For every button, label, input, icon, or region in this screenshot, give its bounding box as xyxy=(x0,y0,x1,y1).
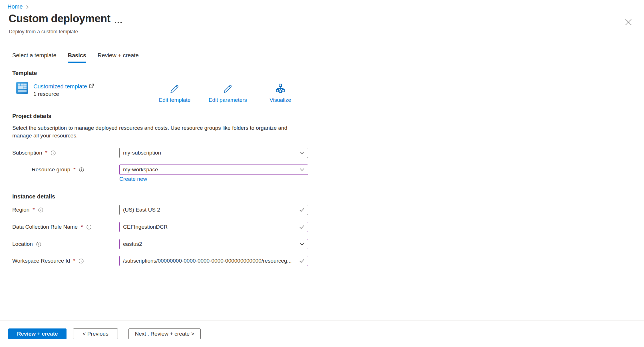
workspace-resource-id-label: Workspace Resource Id* xyxy=(12,256,84,266)
region-value: (US) East US 2 xyxy=(123,207,160,213)
tab-select-a-template[interactable]: Select a template xyxy=(12,52,57,63)
required-marker: * xyxy=(73,258,75,264)
tab-review-create[interactable]: Review + create xyxy=(98,52,139,63)
template-resource-count: 1 resource xyxy=(33,91,59,97)
visualize-label: Visualize xyxy=(269,97,291,103)
chevron-right-icon xyxy=(26,5,29,9)
template-section-heading: Template xyxy=(12,70,37,76)
required-marker: * xyxy=(81,224,83,230)
create-new-link[interactable]: Create new xyxy=(119,176,147,182)
location-value: eastus2 xyxy=(123,241,142,247)
customized-template-label: Customized template xyxy=(33,83,87,90)
checkmark-icon xyxy=(299,259,305,263)
next-review-create-button[interactable]: Next : Review + create > xyxy=(128,328,201,339)
info-icon[interactable] xyxy=(79,259,84,263)
subscription-row: Subscription* my-subscription xyxy=(0,148,644,158)
instance-details-heading: Instance details xyxy=(12,193,55,200)
location-dropdown[interactable]: eastus2 xyxy=(119,239,308,249)
dcr-name-value: CEFIngestionDCR xyxy=(123,224,168,230)
more-options-icon[interactable] xyxy=(114,21,123,24)
org-chart-icon xyxy=(275,84,285,95)
region-dropdown[interactable]: (US) East US 2 xyxy=(119,205,308,215)
subscription-label: Subscription* xyxy=(12,148,56,158)
workspace-resource-id-row: Workspace Resource Id* /subscriptions/00… xyxy=(0,256,644,266)
footer-divider xyxy=(0,320,644,320)
required-marker: * xyxy=(73,167,75,173)
pencil-icon xyxy=(170,84,180,95)
region-label: Region* xyxy=(12,205,43,215)
checkmark-icon xyxy=(299,225,305,229)
required-marker: * xyxy=(33,207,35,213)
resource-group-value: my-workspace xyxy=(123,167,158,173)
subscription-value: my-subscription xyxy=(123,150,161,156)
dcr-name-row: Data Collection Rule Name* CEFIngestionD… xyxy=(0,222,644,232)
region-row: Region* (US) East US 2 xyxy=(0,205,644,215)
info-icon[interactable] xyxy=(86,225,91,230)
customized-template-link[interactable]: Customized template xyxy=(33,83,94,90)
info-icon[interactable] xyxy=(38,208,43,212)
subscription-dropdown[interactable]: my-subscription xyxy=(119,148,308,158)
info-icon[interactable] xyxy=(51,151,56,155)
tab-basics[interactable]: Basics xyxy=(68,52,86,63)
checkmark-icon xyxy=(299,208,305,212)
close-icon[interactable] xyxy=(624,18,633,26)
review-create-button[interactable]: Review + create xyxy=(8,328,67,339)
edit-template-button[interactable]: Edit template xyxy=(159,84,191,103)
info-icon[interactable] xyxy=(36,242,41,247)
required-marker: * xyxy=(45,150,47,156)
resource-group-dropdown[interactable]: my-workspace xyxy=(119,165,308,175)
workspace-resource-id-input[interactable]: /subscriptions/00000000-0000-0000-0000-0… xyxy=(119,256,308,266)
dcr-name-input[interactable]: CEFIngestionDCR xyxy=(119,222,308,232)
resource-group-label: Resource group* xyxy=(32,165,84,175)
project-details-description: Select the subscription to manage deploy… xyxy=(12,124,298,139)
visualize-button[interactable]: Visualize xyxy=(269,84,291,103)
dcr-name-label: Data Collection Rule Name* xyxy=(12,222,91,232)
location-row: Location eastus2 xyxy=(0,239,644,249)
chevron-down-icon xyxy=(299,168,305,171)
chevron-down-icon xyxy=(299,151,305,155)
pencil-icon xyxy=(223,84,233,95)
location-label: Location xyxy=(12,239,41,249)
breadcrumb-home-link[interactable]: Home xyxy=(7,3,23,10)
project-details-heading: Project details xyxy=(12,113,51,119)
external-link-icon xyxy=(89,83,94,90)
resource-group-row: Resource group* my-workspace xyxy=(0,165,644,175)
page-title: Custom deployment xyxy=(9,13,110,25)
edit-parameters-button[interactable]: Edit parameters xyxy=(209,84,247,103)
edit-parameters-label: Edit parameters xyxy=(209,97,247,103)
edit-template-label: Edit template xyxy=(159,97,191,103)
workspace-resource-id-value: /subscriptions/00000000-0000-0000-0000-0… xyxy=(123,258,292,264)
info-icon[interactable] xyxy=(79,167,84,172)
previous-button[interactable]: < Previous xyxy=(73,328,118,339)
tab-bar: Select a template Basics Review + create xyxy=(12,52,150,63)
page-subtitle: Deploy from a custom template xyxy=(9,29,78,35)
breadcrumb: Home xyxy=(7,3,29,10)
chevron-down-icon xyxy=(299,242,305,246)
custom-deployment-blade: Home Custom deployment Deploy from a cus… xyxy=(0,0,644,347)
template-grid-icon xyxy=(16,82,28,94)
